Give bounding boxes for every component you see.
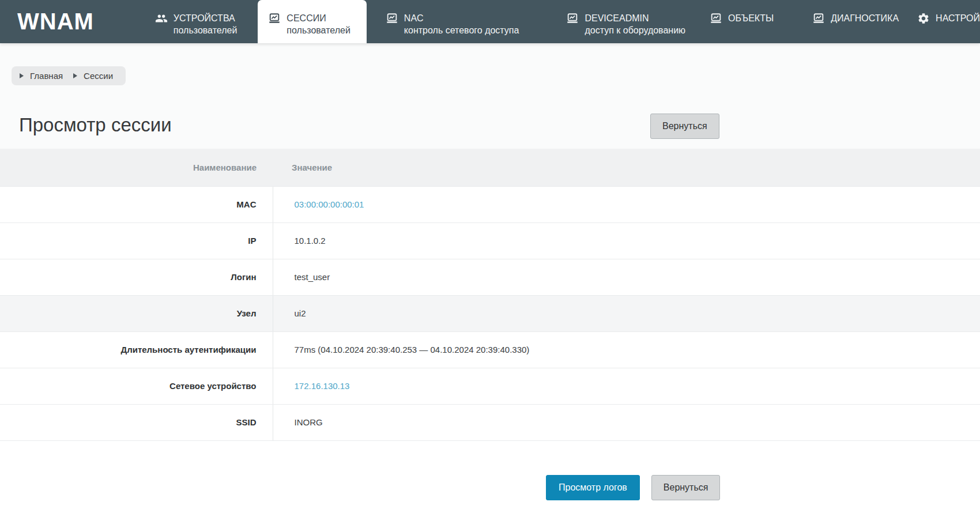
title-row: Просмотр сессии Вернуться [19,114,980,139]
nav-item-objects[interactable]: ОБЪЕКТЫ [700,0,783,43]
column-header-name: Наименование [0,149,273,186]
table-row-ssid: SSID INORG [0,404,980,440]
nav-item-sublabel: пользователей [174,24,238,36]
nav-item-deviceadmin[interactable]: DEVICEADMIN доступ к оборудованию [557,0,695,43]
people-icon [155,12,168,25]
row-label: IP [0,222,273,259]
row-label: Сетевое устройство [0,368,273,404]
page-title: Просмотр сессии [19,114,980,137]
breadcrumb: Главная Сессии [12,66,126,85]
laptop-chart-icon [386,12,398,25]
row-label: Логин [0,259,273,295]
footer-actions: Просмотр логов Вернуться [546,475,980,500]
nav-item-label: NAC [404,12,519,24]
main-nav: УСТРОЙСТВА пользователей СЕССИИ пользова… [120,0,980,43]
table-row-node: Узел ui2 [0,295,980,331]
arrow-right-icon [19,73,24,79]
network-device-link[interactable]: 172.16.130.13 [295,381,350,391]
nav-item-label: DEVICEADMIN [585,12,685,24]
column-header-value: Значение [273,149,980,186]
nav-item-label: ДИАГНОСТИКА [831,12,899,24]
table-row-login: Логин test_user [0,259,980,295]
table-row-network-device: Сетевое устройство 172.16.130.13 [0,368,980,404]
back-button-bottom[interactable]: Вернуться [651,475,721,500]
laptop-chart-icon [812,12,825,25]
top-navbar: WNAM УСТРОЙСТВА пользователей СЕССИИ пол… [0,0,980,43]
nav-item-sublabel: контроль сетевого доступа [404,24,519,36]
breadcrumb-label: Сессии [84,71,113,81]
table-row-mac: MAC 03:00:00:00:00:01 [0,186,980,222]
nav-item-label: УСТРОЙСТВА [174,12,238,24]
table-row-auth-duration: Длительность аутентификации 77ms (04.10.… [0,331,980,368]
nav-item-sublabel: доступ к оборудованию [585,24,685,36]
row-value: 10.1.0.2 [273,222,980,259]
view-logs-button[interactable]: Просмотр логов [546,475,640,500]
row-value: ui2 [273,295,980,331]
nav-item-sublabel: пользователей [287,24,350,36]
row-value: test_user [273,259,980,295]
table-header-row: Наименование Значение [0,149,980,186]
session-details-section: Наименование Значение MAC 03:00:00:00:00… [0,149,980,513]
row-value: 77ms (04.10.2024 20:39:40.253 — 04.10.20… [273,331,980,368]
laptop-chart-icon [710,12,722,25]
gear-icon [917,12,930,25]
row-label: Длительность аутентификации [0,331,273,368]
nav-item-label: СЕССИИ [287,12,350,24]
row-value: INORG [273,404,980,440]
nav-item-sessions[interactable]: СЕССИИ пользователей [258,0,367,43]
nav-item-label: ОБЪЕКТЫ [728,12,774,24]
breadcrumb-label: Главная [30,71,63,81]
nav-item-settings[interactable]: НАСТРОЙКИ [908,0,980,43]
app-logo[interactable]: WNAM [17,0,94,43]
breadcrumb-bar: Главная Сессии [0,43,980,85]
nav-item-devices[interactable]: УСТРОЙСТВА пользователей [146,0,247,43]
nav-item-nac[interactable]: NAC контроль сетевого доступа [376,0,529,43]
laptop-chart-icon [268,12,281,25]
mac-address-link[interactable]: 03:00:00:00:00:01 [295,199,364,209]
row-label: SSID [0,404,273,440]
row-label: MAC [0,186,273,222]
row-label: Узел [0,295,273,331]
laptop-chart-icon [566,12,579,25]
nav-item-label: НАСТРОЙКИ [936,12,980,24]
wnam-app: WNAM УСТРОЙСТВА пользователей СЕССИИ пол… [0,0,980,513]
arrow-right-icon [73,73,78,79]
back-button-top[interactable]: Вернуться [650,114,719,139]
session-details-table: Наименование Значение MAC 03:00:00:00:00… [0,149,980,441]
breadcrumb-item-sessions[interactable]: Сессии [73,71,113,81]
table-row-ip: IP 10.1.0.2 [0,222,980,259]
breadcrumb-item-home[interactable]: Главная [19,71,63,81]
nav-item-diagnostics[interactable]: ДИАГНОСТИКА [803,0,908,43]
